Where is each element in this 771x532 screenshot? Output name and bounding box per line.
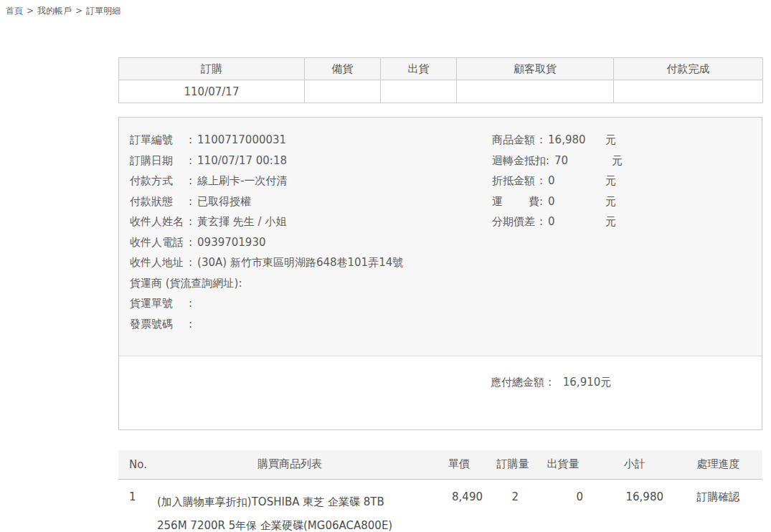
order-status-table: 訂購備貨出貨顧客取貨付款完成 110/07/17 xyxy=(118,57,763,103)
order-info-box: 訂單編號:1100717000031訂購日期:110/07/17 00:18付款… xyxy=(118,117,762,430)
order-info-row: 訂單編號:1100717000031 xyxy=(130,130,762,151)
order-info-row: 付款方式:線上刷卡-一次付清 xyxy=(130,171,762,191)
product-unit-price: 8,490 xyxy=(423,479,495,532)
product-column-header: 出貨量 xyxy=(531,450,595,479)
order-info-row: 運費:0元 xyxy=(492,191,623,212)
info-label: 商品金額 xyxy=(492,130,539,151)
info-colon: : xyxy=(539,174,543,187)
info-colon: : xyxy=(189,236,192,249)
currency-unit: 元 xyxy=(605,174,616,187)
info-value: 110/07/17 00:18 xyxy=(197,154,287,167)
info-value: 0 xyxy=(548,191,605,212)
info-colon: : xyxy=(189,318,192,331)
status-date-cell: 110/07/17 xyxy=(119,80,305,103)
breadcrumb-item-3: 訂單明細 xyxy=(86,6,120,16)
info-colon: : xyxy=(539,133,543,146)
product-subtotal: 16,980 xyxy=(595,479,674,532)
product-column-header: 處理進度 xyxy=(674,450,762,479)
info-value: 黃玄揮 先生 / 小姐 xyxy=(197,215,286,228)
order-info-row: 貨運商 (貨流查詢網址): xyxy=(130,273,762,294)
info-label: 付款方式 xyxy=(130,171,189,191)
currency-unit: 元 xyxy=(605,215,616,228)
info-label: 分期價差 xyxy=(492,212,539,232)
product-column-header: 訂購量 xyxy=(495,450,531,479)
status-column-header: 訂購 xyxy=(119,58,305,80)
info-colon: : xyxy=(189,297,192,310)
info-label: 貨運單號 xyxy=(130,293,189,314)
order-info-right-column: 商品金額:16,980元迴轉金抵扣:70元折抵金額:0元運費:0元分期價差:0元 xyxy=(492,130,623,232)
order-info-left-column: 訂單編號:1100717000031訂購日期:110/07/17 00:18付款… xyxy=(130,130,762,334)
info-colon: : xyxy=(189,154,192,167)
info-label: 收件人地址 xyxy=(130,252,189,273)
order-info-row: 發票號碼: xyxy=(130,314,762,335)
info-value: 0 xyxy=(548,171,605,191)
info-colon: : xyxy=(539,195,543,208)
info-value: (30A) 新竹市東區明湖路648巷101弄14號 xyxy=(197,256,403,269)
order-info-row: 折抵金額:0元 xyxy=(492,171,623,191)
info-value: 0939701930 xyxy=(197,236,265,249)
info-label: 折抵金額 xyxy=(492,171,539,191)
order-info-row: 貨運單號: xyxy=(130,293,762,314)
status-column-header: 備貨 xyxy=(305,58,381,80)
info-value: 已取得授權 xyxy=(197,195,251,208)
product-no: 1 xyxy=(118,479,156,532)
status-header-row: 訂購備貨出貨顧客取貨付款完成 xyxy=(119,58,763,80)
product-name: (加入購物車享折扣)TOSHIBA 東芝 企業碟 8TB 256M 7200R … xyxy=(156,479,423,532)
order-info-row: 收件人姓名:黃玄揮 先生 / 小姐 xyxy=(130,212,762,232)
total-due-value: 16,910元 xyxy=(563,376,612,389)
product-column-header: No. xyxy=(118,450,156,479)
breadcrumb: 首頁>我的帳戶>訂單明細 xyxy=(6,5,120,17)
product-column-header: 小計 xyxy=(595,450,674,479)
info-colon: : xyxy=(546,154,549,167)
order-info-row: 分期價差:0元 xyxy=(492,212,623,232)
order-info-details: 訂單編號:1100717000031訂購日期:110/07/17 00:18付款… xyxy=(119,118,762,356)
info-label: 收件人電話 xyxy=(130,232,189,253)
currency-unit: 元 xyxy=(605,133,616,146)
order-info-row: 收件人電話:0939701930 xyxy=(130,232,762,253)
product-table: No.購買商品列表單價訂購量出貨量小計處理進度 1(加入購物車享折扣)TOSHI… xyxy=(118,450,762,532)
info-colon: : xyxy=(189,256,192,269)
breadcrumb-separator: > xyxy=(27,6,34,16)
status-date-cell xyxy=(614,80,763,103)
product-row: 1(加入購物車享折扣)TOSHIBA 東芝 企業碟 8TB 256M 7200R… xyxy=(118,479,762,532)
info-label: 訂單編號 xyxy=(130,130,189,151)
info-colon: : xyxy=(189,174,192,187)
breadcrumb-item-2: 我的帳戶 xyxy=(37,6,72,16)
info-colon: : xyxy=(189,215,192,228)
product-column-header: 購買商品列表 xyxy=(156,450,423,479)
order-total-section: 應付總金額： 16,910元 xyxy=(119,356,762,429)
info-value: 0 xyxy=(548,212,605,232)
currency-unit: 元 xyxy=(612,154,623,167)
currency-unit: 元 xyxy=(605,195,616,208)
product-qty-shipped: 0 xyxy=(531,479,595,532)
info-label: 訂購日期 xyxy=(130,151,189,171)
total-due-label: 應付總金額： xyxy=(491,376,555,389)
order-info-row: 付款狀態:已取得授權 xyxy=(130,191,762,212)
status-column-header: 出貨 xyxy=(381,58,457,80)
order-info-row: 迴轉金抵扣:70元 xyxy=(492,151,623,171)
info-label: 發票號碼 xyxy=(130,314,189,335)
info-colon: : xyxy=(189,195,192,208)
product-qty-ordered: 2 xyxy=(495,479,531,532)
info-value: 70 xyxy=(554,151,612,171)
status-column-header: 顧客取貨 xyxy=(457,58,614,80)
info-colon: : xyxy=(189,133,192,146)
product-header-row: No.購買商品列表單價訂購量出貨量小計處理進度 xyxy=(118,450,762,479)
status-value-row: 110/07/17 xyxy=(119,80,763,103)
product-column-header: 單價 xyxy=(423,450,495,479)
info-colon: : xyxy=(539,215,543,228)
info-label: 付款狀態 xyxy=(130,191,189,212)
order-info-row: 訂購日期:110/07/17 00:18 xyxy=(130,151,762,171)
info-value: 16,980 xyxy=(548,130,605,151)
info-label: 運費 xyxy=(492,191,539,212)
status-date-cell xyxy=(381,80,457,103)
info-label: 收件人姓名 xyxy=(130,212,189,232)
info-label: 貨運商 (貨流查詢網址) xyxy=(130,273,238,294)
breadcrumb-item-1[interactable]: 首頁 xyxy=(6,6,23,16)
product-status: 訂購確認 xyxy=(674,479,762,532)
status-column-header: 付款完成 xyxy=(614,58,763,80)
status-date-cell xyxy=(305,80,381,103)
info-value: 1100717000031 xyxy=(197,133,286,146)
breadcrumb-separator: > xyxy=(75,6,82,16)
info-colon: : xyxy=(238,277,242,290)
